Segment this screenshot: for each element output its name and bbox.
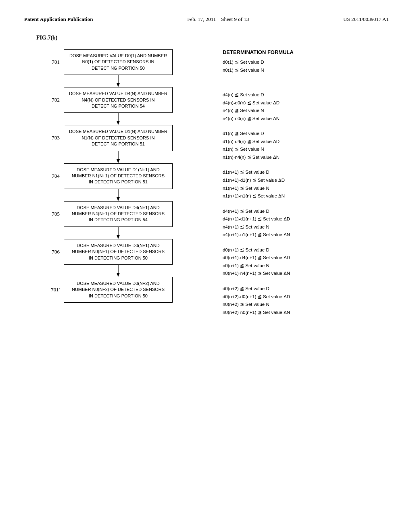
svg-marker-9	[117, 235, 120, 239]
arrow-1	[64, 75, 173, 87]
label-701: 701	[40, 59, 60, 65]
box-706: DOSE MEASURED VALUE d0(n+1) AND NUMBER n…	[64, 239, 173, 265]
svg-marker-7	[117, 197, 120, 201]
svg-marker-3	[117, 121, 120, 125]
flow-item-701p: 701' DOSE MEASURED VALUE d0(n+2) AND NUM…	[40, 277, 211, 303]
flow-item-705: 705 DOSE MEASURED VALUE d4(n+1) AND NUMB…	[40, 201, 211, 227]
formula-block-5: d4(n+1) ≦ Set value D d4(n+1)-d1(n+1) ≦ …	[223, 208, 389, 239]
arrow-5	[64, 227, 173, 239]
flow-item-702: 702 DOSE MEASURED VALUE d4(n) AND NUMBER…	[40, 87, 211, 113]
arrow-3	[64, 151, 173, 163]
arrow-4	[64, 189, 173, 201]
flow-item-703: 703 DOSE MEASURED VALUE d1(n) AND NUMBER…	[40, 125, 211, 151]
label-703: 703	[40, 135, 60, 141]
formula-block-3: d1(n) ≦ Set value D d1(n)-d4(n) ≦ Set va…	[223, 130, 389, 161]
formula-title: DETERMINATION FORMULA	[223, 49, 389, 55]
formula-block-1: d0(1) ≦ Set value D n0(1) ≦ Set value N	[223, 58, 389, 74]
flow-item-706: 706 DOSE MEASURED VALUE d0(n+1) AND NUMB…	[40, 239, 211, 265]
flow-item-701: 701 DOSE MEASURED VALUE d0(1) AND NUMBER…	[40, 49, 211, 75]
formula-block-2: d4(n) ≦ Set value D d4(n)-d0(n) ≦ Set va…	[223, 91, 389, 123]
formula-block-4: d1(n+1) ≦ Set value D d1(n+1)-d1(n) ≦ Se…	[223, 168, 389, 200]
page-header: Patent Application Publication Feb. 17, …	[24, 16, 389, 23]
formula-block-7: d0(n+2) ≦ Set value D d0(n+2)-d0(n+1) ≦ …	[223, 285, 389, 316]
arrow-2	[64, 113, 173, 125]
formula-block-6: d0(n+1) ≦ Set value D d0(n+1)-d4(n+1) ≦ …	[223, 246, 389, 278]
label-706: 706	[40, 249, 60, 255]
svg-marker-5	[117, 159, 120, 163]
label-705: 705	[40, 211, 60, 217]
box-704: DOSE MEASURED VALUE d1(n+1) AND NUMBER n…	[64, 163, 173, 189]
label-701p: 701'	[40, 287, 60, 293]
label-704: 704	[40, 173, 60, 179]
svg-marker-1	[117, 83, 120, 87]
box-701p: DOSE MEASURED VALUE d0(n+2) AND NUMBER n…	[64, 277, 173, 303]
box-705: DOSE MEASURED VALUE d4(n+1) AND NUMBER n…	[64, 201, 173, 227]
box-701: DOSE MEASURED VALUE d0(1) AND NUMBER n0(…	[64, 49, 173, 75]
diagram-container: 701 DOSE MEASURED VALUE d0(1) AND NUMBER…	[40, 49, 389, 316]
formula-column: DETERMINATION FORMULA d0(1) ≦ Set value …	[223, 49, 389, 316]
flow-item-704: 704 DOSE MEASURED VALUE d1(n+1) AND NUMB…	[40, 163, 211, 189]
publication-label: Patent Application Publication	[24, 16, 93, 23]
flow-column: 701 DOSE MEASURED VALUE d0(1) AND NUMBER…	[40, 49, 211, 316]
svg-marker-11	[117, 273, 120, 277]
arrow-6	[64, 265, 173, 277]
date-sheet: Feb. 17, 2011 Sheet 9 of 13	[187, 16, 249, 23]
patent-number: US 2011/0039017 A1	[343, 16, 389, 23]
box-702: DOSE MEASURED VALUE d4(n) AND NUMBER n4(…	[64, 87, 173, 113]
figure-label: FIG.7(b)	[36, 35, 389, 41]
label-702: 702	[40, 97, 60, 103]
box-703: DOSE MEASURED VALUE d1(n) AND NUMBER n1(…	[64, 125, 173, 151]
